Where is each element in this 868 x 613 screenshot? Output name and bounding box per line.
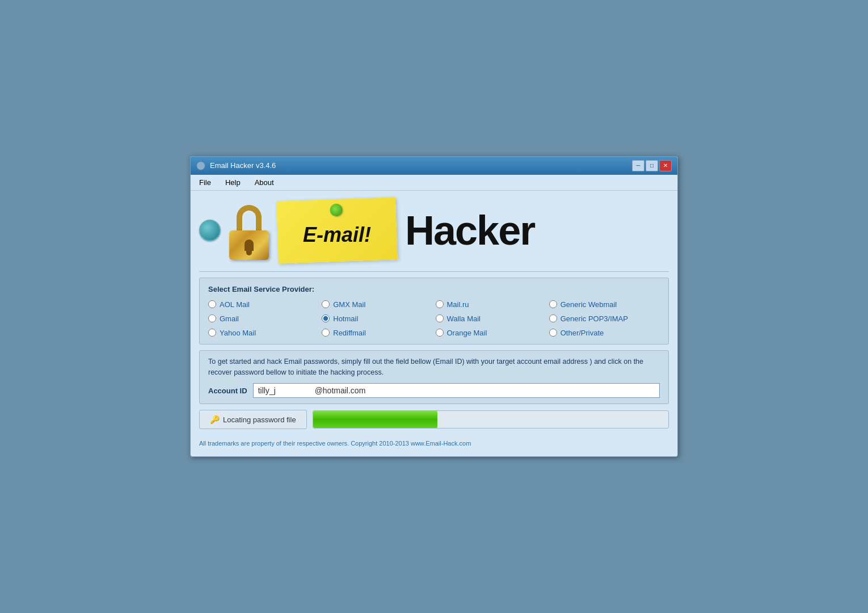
- app-icon: [196, 161, 205, 170]
- radio-label-rediff[interactable]: Rediffmail: [333, 329, 366, 337]
- radio-rediff[interactable]: [322, 329, 330, 337]
- account-label: Account ID: [208, 387, 247, 395]
- minimize-button[interactable]: ─: [632, 160, 644, 171]
- radio-label-gmx[interactable]: GMX Mail: [333, 300, 365, 309]
- footer: All trademarks are property of their res…: [199, 435, 669, 448]
- radio-row-gmx: GMX Mail: [322, 300, 432, 309]
- account-field-wrapper: @hotmail.com: [253, 383, 660, 398]
- radio-row-aol: AOL Mail: [208, 300, 319, 309]
- title-bar: Email Hacker v3.4.6 ─ □ ✕: [191, 157, 677, 175]
- radio-row-gmail: Gmail: [208, 314, 319, 323]
- sticky-text: E-mail!: [303, 214, 371, 246]
- radio-gmail[interactable]: [208, 314, 216, 322]
- key-icon: 🔑: [210, 415, 220, 424]
- radio-row-other: Other/Private: [549, 329, 660, 337]
- radio-aol[interactable]: [208, 300, 216, 308]
- radio-row-orange: Orange Mail: [436, 329, 546, 337]
- menu-file[interactable]: File: [196, 177, 214, 188]
- title-bar-left: Email Hacker v3.4.6: [196, 161, 276, 170]
- padlock-shackle: [237, 205, 262, 230]
- radio-row-yahoo: Yahoo Mail: [208, 329, 319, 337]
- window-controls: ─ □ ✕: [632, 160, 672, 171]
- maximize-button[interactable]: □: [646, 160, 658, 171]
- radio-row-genericpop: Generic POP3/IMAP: [549, 314, 660, 323]
- account-row: Account ID @hotmail.com: [208, 383, 660, 398]
- radio-other[interactable]: [549, 329, 557, 337]
- radio-label-walla[interactable]: Walla Mail: [447, 314, 481, 323]
- radio-label-hotmail[interactable]: Hotmail: [333, 314, 358, 323]
- radio-genericpop[interactable]: [549, 314, 557, 322]
- app-logo-icon: [199, 220, 221, 241]
- provider-section: Select Email Service Provider: AOL Mail …: [199, 278, 669, 345]
- radio-label-aol[interactable]: AOL Mail: [220, 300, 250, 309]
- radio-row-genericweb: Generic Webmail: [549, 300, 660, 309]
- footer-text: All trademarks are property of their res…: [199, 440, 471, 447]
- radio-label-genericpop[interactable]: Generic POP3/IMAP: [561, 314, 628, 323]
- padlock-keyhole: [245, 240, 254, 251]
- progress-bar-container: [313, 410, 669, 429]
- menu-bar: File Help About: [191, 175, 677, 191]
- radio-label-genericweb[interactable]: Generic Webmail: [561, 300, 617, 309]
- radio-mailru[interactable]: [436, 300, 444, 308]
- radio-hotmail[interactable]: [322, 314, 330, 322]
- bottom-section: 🔑 Locating password file: [199, 410, 669, 429]
- progress-bar: [313, 411, 437, 428]
- radio-label-yahoo[interactable]: Yahoo Mail: [220, 329, 256, 337]
- provider-radio-grid: AOL Mail GMX Mail Mail.ru Generic Webmai…: [208, 300, 660, 337]
- header-divider: [199, 271, 669, 272]
- radio-row-rediff: Rediffmail: [322, 329, 432, 337]
- menu-help[interactable]: Help: [222, 177, 243, 188]
- info-box: To get started and hack Email passwords,…: [199, 350, 669, 405]
- window-title: Email Hacker v3.4.6: [210, 161, 276, 170]
- hacker-title: Hacker: [405, 207, 534, 254]
- radio-label-gmail[interactable]: Gmail: [220, 314, 239, 323]
- radio-row-mailru: Mail.ru: [436, 300, 546, 309]
- radio-label-other[interactable]: Other/Private: [561, 329, 604, 337]
- radio-walla[interactable]: [436, 314, 444, 322]
- menu-about[interactable]: About: [252, 177, 277, 188]
- account-domain: @hotmail.com: [315, 386, 366, 395]
- radio-orange[interactable]: [436, 329, 444, 337]
- radio-gmx[interactable]: [322, 300, 330, 308]
- radio-genericweb[interactable]: [549, 300, 557, 308]
- radio-label-orange[interactable]: Orange Mail: [447, 329, 487, 337]
- locate-password-button[interactable]: 🔑 Locating password file: [199, 410, 307, 429]
- radio-row-hotmail: Hotmail: [322, 314, 432, 323]
- main-window: Email Hacker v3.4.6 ─ □ ✕ File Help Abou…: [190, 156, 678, 457]
- sticky-note: E-mail!: [276, 197, 398, 263]
- radio-label-mailru[interactable]: Mail.ru: [447, 300, 469, 309]
- info-text: To get started and hack Email passwords,…: [208, 356, 660, 378]
- window-body: E-mail! Hacker Select Email Service Prov…: [191, 191, 677, 457]
- radio-row-walla: Walla Mail: [436, 314, 546, 323]
- padlock-graphic: [229, 205, 269, 256]
- provider-section-label: Select Email Service Provider:: [208, 285, 660, 293]
- radio-yahoo[interactable]: [208, 329, 216, 337]
- account-input[interactable]: [258, 386, 315, 395]
- header-section: E-mail! Hacker: [199, 196, 669, 264]
- locate-button-label: Locating password file: [223, 415, 296, 424]
- close-button[interactable]: ✕: [659, 160, 672, 171]
- padlock-body: [229, 230, 269, 260]
